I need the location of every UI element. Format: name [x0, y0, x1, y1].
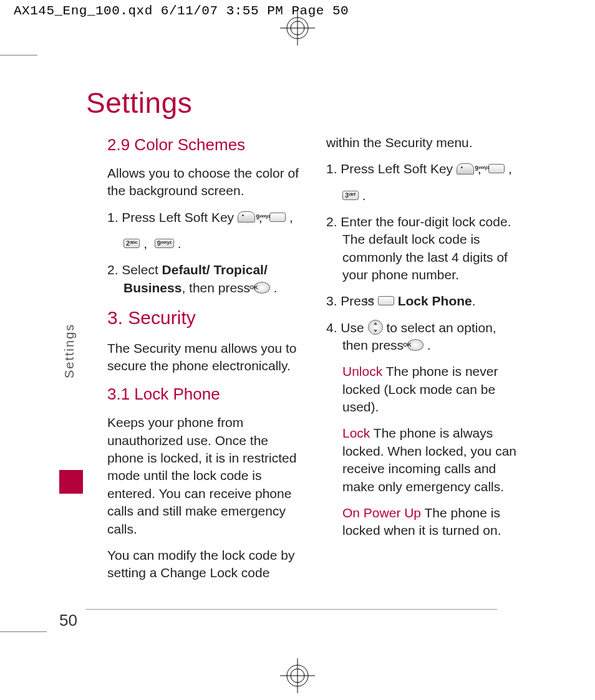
step-lock-4: 4. Use to select an option, then press O… [326, 319, 520, 355]
option-on-power-up: On Power Up The phone is locked when it … [326, 504, 520, 540]
nav-ring-icon [368, 320, 383, 335]
ok-key-icon: OK [254, 282, 270, 294]
option-lock: Lock The phone is always locked. When lo… [326, 424, 520, 495]
ok-key-icon: OK [407, 339, 423, 351]
page-title: Settings [86, 86, 192, 120]
step-2-9-2: 2. Select Default/ Tropical/ Business, t… [107, 261, 301, 297]
step-2-9-1: 1. Press Left Soft Key , 9wxyz , [107, 209, 301, 226]
para-2-9-intro: Allows you to choose the color of the ba… [107, 165, 301, 200]
para-3-intro: The Security menu allows you to secure t… [107, 340, 301, 375]
key-2-icon: 2abc [123, 239, 140, 248]
registration-mark-bottom [280, 658, 315, 693]
key-9-icon: 9wxyz [488, 164, 505, 173]
step-lock-3: 3. Press 1 @ Lock Phone. [326, 292, 520, 310]
registration-mark-top [280, 11, 315, 46]
step-lock-1-cont: 3def . [326, 187, 520, 204]
key-1-icon: 1 @ [378, 296, 394, 305]
heading-3: 3. Security [107, 305, 301, 331]
heading-3-1: 3.1 Lock Phone [107, 383, 301, 405]
page-number: 50 [59, 611, 77, 630]
step-lock-1: 1. Press Left Soft Key , 9wxyz , [326, 160, 520, 178]
crop-rule-top [0, 55, 37, 55]
side-tab-label: Settings [62, 324, 77, 378]
key-9-icon: 9wxyz [269, 213, 286, 222]
key-3-icon: 3def [342, 191, 359, 200]
body-columns: 2.9 Color Schemes Allows you to choose t… [107, 134, 520, 597]
key-9-icon: 9wxyz [155, 239, 174, 248]
left-soft-key-icon [457, 163, 474, 175]
step-2-9-1-cont: 2abc , 9wxyz . [107, 235, 301, 252]
heading-2-9: 2.9 Color Schemes [107, 134, 301, 156]
option-unlock: Unlock The phone is never locked (Lock m… [326, 363, 520, 416]
para-3-1-a: Keeps your phone from unauthorized use. … [107, 414, 301, 537]
footer-rule [85, 609, 497, 610]
crop-rule-bottom [0, 631, 47, 632]
step-lock-2: 2. Enter the four-digit lock code. The d… [326, 213, 520, 284]
left-soft-key-icon [238, 211, 255, 223]
side-tab-marker [59, 470, 83, 494]
